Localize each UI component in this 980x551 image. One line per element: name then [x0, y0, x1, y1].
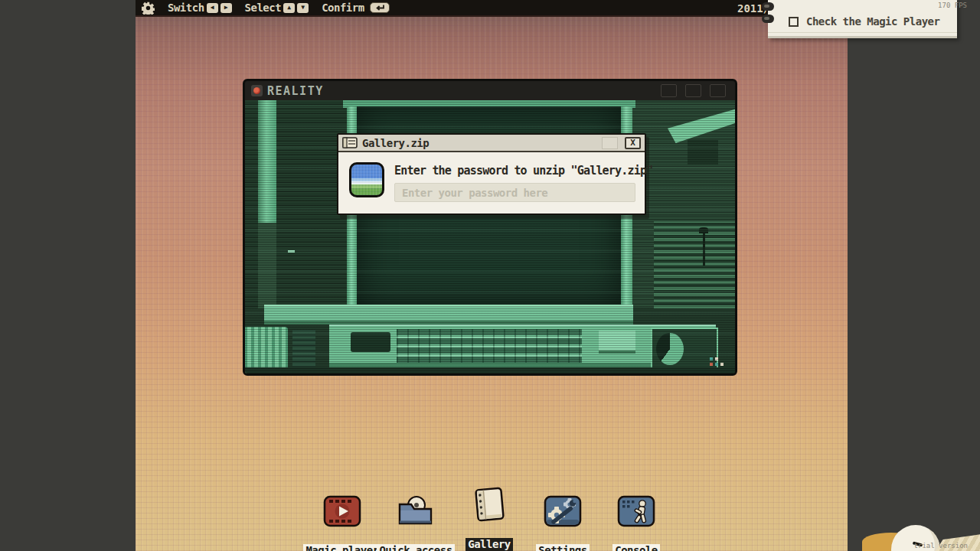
dialog-close-button[interactable]: X [625, 137, 641, 149]
top-control-bar: Switch ◀ ▶ Select ▲ ▼ Confirm 2011/ [136, 0, 848, 17]
reality-scene-pillar [258, 100, 276, 223]
reality-scene-touchpad [351, 332, 390, 352]
window-control-button[interactable] [661, 84, 677, 97]
dpad-up-icon[interactable]: ▲ [283, 3, 295, 13]
notepad-ruled-line [768, 32, 957, 33]
task-item: Check the Magic Player [768, 0, 957, 28]
dpad-left-icon[interactable]: ◀ [207, 3, 218, 13]
spiral-ring-icon [762, 15, 774, 23]
confirm-label: Confirm [322, 2, 364, 14]
trial-version-label: trial version [914, 542, 968, 549]
reality-scene-desk-edge [245, 367, 735, 373]
reality-titlebar[interactable]: REALITY [245, 81, 735, 100]
dialog-titlebar[interactable]: Gallery.zip X [338, 135, 645, 152]
screen: Switch ◀ ▶ Select ▲ ▼ Confirm 2011/ REAL… [0, 0, 980, 551]
switch-label: Switch [168, 2, 204, 14]
reality-scene-monitor-base [264, 305, 633, 324]
reality-scene-keys [397, 329, 582, 363]
gallery-image-icon [349, 162, 384, 197]
task-notepad: Check the Magic Player [768, 0, 957, 38]
desktop-icon-label: Console [612, 544, 660, 551]
spiral-ring-icon [762, 2, 774, 11]
select-label: Select [245, 2, 282, 14]
reality-scene-lamp [703, 232, 705, 266]
desktop-icon-label: Quick access [377, 544, 454, 551]
gallery-icon [449, 487, 529, 522]
reality-window-title: REALITY [267, 84, 324, 98]
password-input[interactable] [394, 183, 635, 202]
reality-window-controls [661, 84, 726, 97]
desktop-icon-quick-access[interactable]: Quick access [376, 493, 456, 551]
window-control-button[interactable] [710, 84, 726, 97]
task-checkbox[interactable] [789, 17, 799, 27]
reality-window: REALITY [243, 79, 737, 376]
desktop-icon-gallery[interactable]: Gallery [449, 487, 529, 551]
reality-scene-pillar-shadow [258, 223, 276, 308]
console-icon [596, 493, 676, 528]
enter-key-icon[interactable] [370, 2, 390, 13]
quick-access-icon [376, 493, 456, 528]
desktop-icon-label: Settings [536, 544, 589, 551]
settings-icon [523, 493, 603, 528]
gear-icon[interactable] [142, 2, 155, 15]
magic-player-icon [302, 493, 382, 528]
reality-scene-mug [245, 327, 288, 373]
reality-scene-radio-buttons [710, 363, 713, 366]
desktop-icon-magic-player[interactable]: Magic player [302, 493, 382, 551]
dialog-title: Gallery.zip [362, 137, 602, 149]
reality-scene-radio [651, 328, 718, 372]
reality-scene-shelf-box [688, 140, 718, 165]
dialog-message: Enter the password to unzip "Gallery.zip… [394, 164, 635, 178]
desktop-icon-settings[interactable]: Settings [523, 493, 603, 551]
reality-scene-numblock [599, 331, 635, 354]
game-viewport: Switch ◀ ▶ Select ▲ ▼ Confirm 2011/ REAL… [136, 0, 848, 551]
task-label: Check the Magic Player [806, 15, 939, 28]
gallery-zip-dialog: Gallery.zip X Enter the password to unzi… [337, 133, 646, 215]
record-indicator-icon [251, 85, 263, 96]
desktop-icon-label: Gallery [466, 538, 513, 551]
dialog-body: Enter the password to unzip "Gallery.zip… [338, 152, 645, 214]
dialog-secondary-button[interactable] [602, 137, 618, 149]
zip-file-icon [342, 137, 358, 148]
desktop-icon-console[interactable]: Console [596, 493, 676, 551]
dpad-down-icon[interactable]: ▼ [297, 3, 309, 13]
window-control-button[interactable] [685, 84, 701, 97]
reality-scene-blinds [654, 221, 735, 308]
reality-scene-highlight [288, 250, 295, 253]
reality-scene-radio-dial [656, 333, 684, 365]
fps-counter: 170 FPS [938, 2, 967, 9]
desktop-icon-label: Magic player [303, 544, 381, 551]
dpad-right-icon[interactable]: ▶ [220, 3, 232, 13]
